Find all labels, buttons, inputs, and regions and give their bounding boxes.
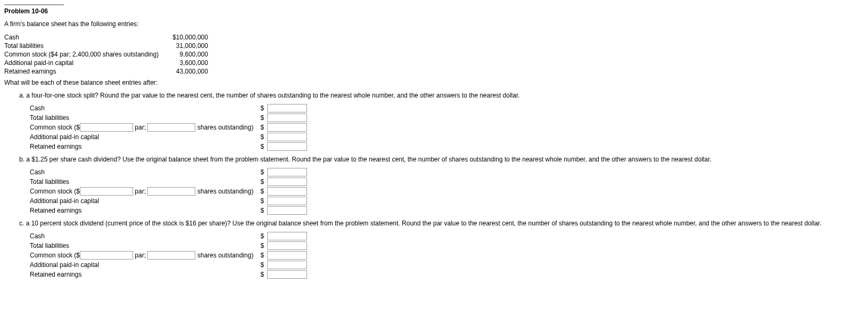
intro-text: A firm's balance sheet has the following… <box>4 20 864 28</box>
table-row: Total liabilities $ <box>30 113 310 123</box>
bs-value: 43,000,000 <box>162 67 211 76</box>
shares-input-a[interactable] <box>147 123 195 132</box>
par-input-a[interactable] <box>80 123 133 132</box>
dollar-sign: $ <box>257 231 267 241</box>
answer-table-a: Cash $ Total liabilities $ Common stock … <box>30 103 310 151</box>
apic-input-b[interactable] <box>267 197 307 205</box>
row-label: Total liabilities <box>30 113 257 123</box>
row-label: Additional paid-in capital <box>30 132 257 142</box>
dollar-sign: $ <box>257 270 267 279</box>
row-label: Common stock ($ par; shares outstanding) <box>30 187 257 196</box>
dollar-sign: $ <box>257 142 267 151</box>
row-label: Common stock ($ par; shares outstanding) <box>30 251 257 260</box>
table-row: Additional paid-in capital $ <box>30 132 310 142</box>
table-row: Retained earnings $ <box>30 270 310 279</box>
part-a: a. a four-for-one stock split? Round the… <box>19 92 864 151</box>
dollar-sign: $ <box>257 103 267 113</box>
dollar-sign: $ <box>257 241 267 251</box>
total-liab-input-b[interactable] <box>267 177 307 186</box>
dollar-sign: $ <box>257 132 267 142</box>
common-stock-input-a[interactable] <box>267 123 307 132</box>
dollar-sign: $ <box>257 206 267 215</box>
table-row: Common stock ($ par; shares outstanding)… <box>30 123 310 132</box>
common-stock-input-b[interactable] <box>267 187 307 196</box>
common-stock-input-c[interactable] <box>267 251 307 260</box>
table-row: Retained earnings $ <box>30 142 310 151</box>
cash-input-b[interactable] <box>267 168 307 176</box>
dollar-sign: $ <box>257 177 267 187</box>
dollar-sign: $ <box>257 196 267 206</box>
cs-suffix: shares outstanding) <box>195 252 253 259</box>
row-label: Total liabilities <box>30 177 257 187</box>
cs-suffix: shares outstanding) <box>195 188 253 195</box>
bs-value: 9,600,000 <box>162 50 211 59</box>
table-row: Cash $ <box>30 103 310 113</box>
dollar-sign: $ <box>257 251 267 260</box>
row-label: Additional paid-in capital <box>30 196 257 206</box>
row-label: Common stock ($ par; shares outstanding) <box>30 123 257 132</box>
table-row: Common stock ($4 par; 2,400,000 shares o… <box>4 50 211 59</box>
shares-input-c[interactable] <box>147 251 195 260</box>
shares-input-b[interactable] <box>147 187 195 196</box>
table-row: Additional paid-in capital $ <box>30 196 310 206</box>
par-input-b[interactable] <box>80 187 133 196</box>
part-b: b. a $1.25 per share cash dividend? Use … <box>19 156 864 215</box>
par-sep: par; <box>133 252 147 259</box>
row-label: Additional paid-in capital <box>30 260 257 270</box>
table-row: Cash $10,000,000 <box>4 33 211 42</box>
followup-text: What will be each of these balance sheet… <box>4 79 864 86</box>
part-a-question: a. a four-for-one stock split? Round the… <box>19 92 864 99</box>
row-label: Retained earnings <box>30 142 257 151</box>
bs-value: 3,600,000 <box>162 59 211 67</box>
dollar-sign: $ <box>257 187 267 196</box>
dollar-sign: $ <box>257 260 267 270</box>
row-label: Retained earnings <box>30 270 257 279</box>
par-sep: par; <box>133 188 147 195</box>
table-row: Retained earnings $ <box>30 206 310 215</box>
bs-value: 31,000,000 <box>162 42 211 50</box>
answer-table-b: Cash $ Total liabilities $ Common stock … <box>30 167 310 215</box>
row-label: Retained earnings <box>30 206 257 215</box>
bs-label: Total liabilities <box>4 42 162 50</box>
table-row: Total liabilities 31,000,000 <box>4 42 211 50</box>
part-b-question: b. a $1.25 per share cash dividend? Use … <box>19 156 864 163</box>
cs-prefix: Common stock ($ <box>30 252 80 259</box>
dollar-sign: $ <box>257 167 267 177</box>
cs-suffix: shares outstanding) <box>195 124 253 131</box>
table-row: Common stock ($ par; shares outstanding)… <box>30 187 310 196</box>
cs-prefix: Common stock ($ <box>30 124 80 131</box>
re-input-c[interactable] <box>267 270 307 279</box>
row-label: Cash <box>30 231 257 241</box>
table-row: Retained earnings 43,000,000 <box>4 67 211 76</box>
apic-input-c[interactable] <box>267 261 307 269</box>
bs-label: Common stock ($4 par; 2,400,000 shares o… <box>4 50 162 59</box>
par-sep: par; <box>133 124 147 131</box>
dollar-sign: $ <box>257 113 267 123</box>
total-liab-input-c[interactable] <box>267 241 307 250</box>
cash-input-a[interactable] <box>267 104 307 112</box>
problem-title: Problem 10-06 <box>4 4 64 15</box>
table-row: Additional paid-in capital $ <box>30 260 310 270</box>
part-c-question: c. a 10 percent stock dividend (current … <box>19 220 864 227</box>
row-label: Cash <box>30 167 257 177</box>
apic-input-a[interactable] <box>267 133 307 141</box>
bs-label: Additional paid-in capital <box>4 59 162 67</box>
table-row: Cash $ <box>30 167 310 177</box>
row-label: Total liabilities <box>30 241 257 251</box>
bs-value: $10,000,000 <box>162 33 211 42</box>
cash-input-c[interactable] <box>267 232 307 240</box>
part-c: c. a 10 percent stock dividend (current … <box>19 220 864 279</box>
table-row: Cash $ <box>30 231 310 241</box>
table-row: Additional paid-in capital 3,600,000 <box>4 59 211 67</box>
balance-sheet-table: Cash $10,000,000 Total liabilities 31,00… <box>4 33 211 76</box>
total-liab-input-a[interactable] <box>267 114 307 122</box>
table-row: Common stock ($ par; shares outstanding)… <box>30 251 310 260</box>
dollar-sign: $ <box>257 123 267 132</box>
par-input-c[interactable] <box>80 251 133 260</box>
table-row: Total liabilities $ <box>30 241 310 251</box>
re-input-b[interactable] <box>267 206 307 215</box>
table-row: Total liabilities $ <box>30 177 310 187</box>
row-label: Cash <box>30 103 257 113</box>
re-input-a[interactable] <box>267 142 307 151</box>
bs-label: Cash <box>4 33 162 42</box>
